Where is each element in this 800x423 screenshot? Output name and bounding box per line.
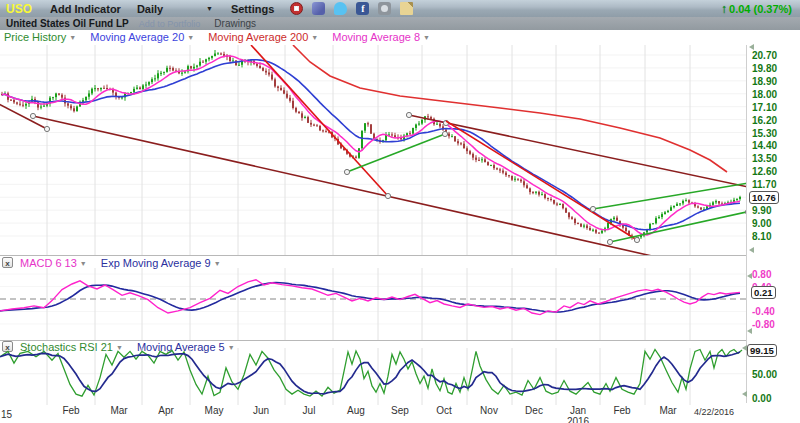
month-label: Sep (382, 405, 418, 416)
price-axis-label: 18.00 (752, 89, 777, 100)
price-axis-label: 19.80 (752, 63, 777, 74)
chevron-down-icon: ▼ (311, 34, 318, 41)
trendline-handle[interactable] (607, 239, 612, 244)
trendline-handle[interactable] (442, 131, 447, 136)
macd-axis-label: -0.40 (752, 306, 775, 317)
chevron-down-icon: ▼ (69, 34, 76, 41)
axis-marker-icon (749, 247, 754, 253)
axis-marker-icon (749, 44, 754, 50)
axis-marker-icon (747, 328, 752, 334)
chevron-down-icon: ▼ (214, 260, 221, 267)
chevron-down-icon: ▼ (187, 34, 194, 41)
stoch-axis-label: 0.00 (752, 393, 771, 404)
price-axis-label: 17.10 (752, 102, 777, 113)
stoch-value-box: 99.15 (747, 344, 777, 357)
month-label: Jan2016 (560, 405, 596, 423)
axis-marker-icon (747, 273, 752, 279)
symbol-label: USO (6, 2, 32, 16)
macd-value-box: 0.21 (751, 286, 776, 299)
stoch-axis-label: 50.00 (752, 369, 777, 380)
up-arrow-icon: ↑ (721, 2, 727, 16)
news-icon[interactable] (312, 2, 325, 15)
price-axis-label: 15.30 (752, 128, 777, 139)
price-axis-label: 18.90 (752, 76, 777, 87)
twitter-icon[interactable] (334, 2, 347, 15)
toolbar-icons: f (290, 2, 413, 15)
trendline-handle[interactable] (634, 237, 639, 242)
chevron-down-icon: ▼ (80, 260, 87, 267)
panel-separator (0, 255, 747, 256)
note-icon[interactable] (400, 2, 413, 15)
price-axis-label: 13.50 (752, 153, 777, 164)
charting-app-window: USO Add Indicator Daily ▼ Settings f ↑ 0… (0, 0, 800, 423)
month-label: Oct (426, 405, 462, 416)
trendline-handle[interactable] (590, 206, 595, 211)
title-bar: United States Oil Fund LP Add to Portfol… (0, 17, 800, 30)
price-axis-label: 8.10 (752, 231, 771, 242)
alarm-icon[interactable] (290, 2, 303, 15)
change-value: 0.04 (0.37%) (729, 3, 792, 15)
trendline-handle[interactable] (30, 113, 35, 118)
macd-axis-label: -0.80 (752, 319, 775, 330)
price-axis-label: 9.90 (752, 205, 771, 216)
end-date-label: 4/22/2016 (694, 407, 734, 417)
stochastics-chart[interactable] (0, 348, 747, 405)
price-axis-label: 12.60 (752, 166, 777, 177)
axis-marker-icon (742, 391, 747, 397)
facebook-icon[interactable]: f (356, 2, 369, 15)
trendline-handle[interactable] (44, 126, 49, 131)
month-label: Apr (148, 405, 184, 416)
fund-name: United States Oil Fund LP (6, 18, 129, 29)
month-label: Feb (604, 405, 640, 416)
trendline-handle[interactable] (406, 112, 411, 117)
ma20-dropdown[interactable]: Moving Average 20▼ (90, 31, 194, 43)
add-indicator-button[interactable]: Add Indicator (50, 3, 121, 15)
ma8-dropdown[interactable]: Moving Average 8▼ (332, 31, 430, 43)
add-to-portfolio-link[interactable]: Add to Portfolio (139, 19, 201, 29)
price-axis-label: 16.20 (752, 115, 777, 126)
trendline-steep-red-2[interactable] (446, 121, 637, 240)
month-label: Nov (471, 405, 507, 416)
month-label: Mar (650, 405, 686, 416)
month-label: Mar (101, 405, 137, 416)
top-toolbar: USO Add Indicator Daily ▼ Settings f ↑ 0… (0, 0, 800, 17)
trendline-handle[interactable] (385, 193, 390, 198)
price-axis-label: 9.00 (752, 218, 771, 229)
ma200-dropdown[interactable]: Moving Average 200▼ (208, 31, 318, 43)
price-panel-legend: Price History▼ Moving Average 20▼ Moving… (4, 31, 440, 43)
price-axis-label: 14.40 (752, 140, 777, 151)
period-value: Daily (137, 3, 163, 15)
settings-button[interactable]: Settings (231, 3, 274, 15)
month-label: Jul (291, 405, 327, 416)
price-axis-label: 11.70 (752, 179, 776, 190)
month-label: Dec (516, 405, 552, 416)
month-label: May (196, 405, 232, 416)
last-price-box: 10.76 (749, 191, 779, 204)
camera-icon[interactable] (378, 2, 391, 15)
price-chart[interactable] (0, 45, 747, 256)
price-axis-label: 20.70 (752, 50, 777, 61)
month-label: Jun (243, 405, 279, 416)
month-label: Feb (53, 405, 89, 416)
macd-chart[interactable] (0, 268, 747, 340)
trendline-handle[interactable] (344, 169, 349, 174)
year-label: 15 (1, 409, 12, 420)
month-label: Aug (338, 405, 374, 416)
period-dropdown[interactable]: Daily ▼ (137, 3, 213, 15)
macd-close-button[interactable]: x (2, 257, 13, 268)
drawings-menu[interactable]: Drawings (214, 18, 256, 29)
chevron-down-icon: ▼ (206, 5, 213, 12)
chevron-down-icon: ▼ (423, 34, 430, 41)
trendline-downtrend-channel-upper[interactable] (409, 115, 747, 198)
macd-axis-label: 0.80 (752, 269, 771, 280)
quote-change: ↑ 0.04 (0.37%) (721, 2, 792, 16)
price-history-dropdown[interactable]: Price History▼ (4, 31, 76, 43)
